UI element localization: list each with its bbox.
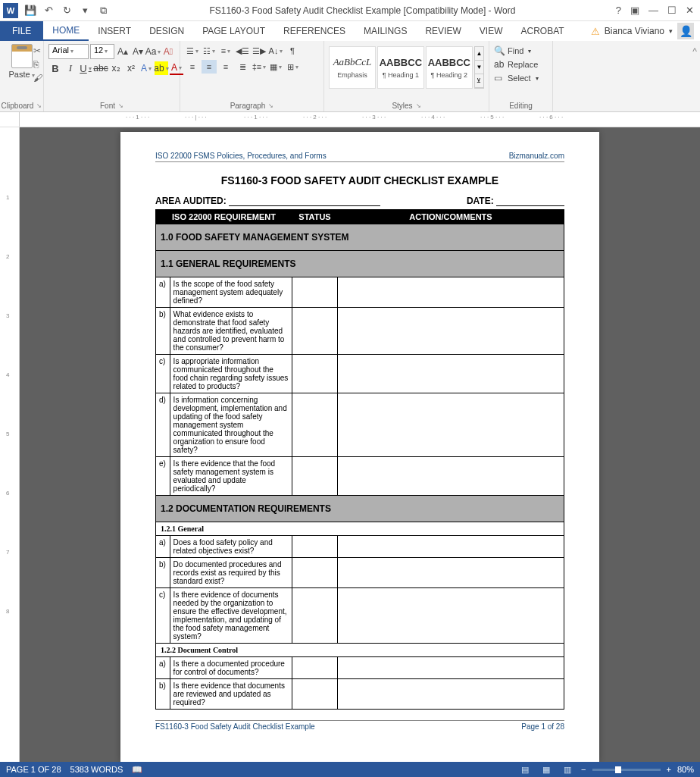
status-cell[interactable] bbox=[292, 679, 338, 710]
styles-up-icon[interactable]: ▲ bbox=[475, 47, 483, 61]
subscript-button[interactable]: x₂ bbox=[109, 61, 123, 75]
maximize-icon[interactable]: ☐ bbox=[667, 5, 677, 16]
tab-references[interactable]: REFERENCES bbox=[274, 21, 355, 41]
cut-icon[interactable]: ✂ bbox=[33, 45, 42, 56]
style-heading1[interactable]: AABBCC ¶ Heading 1 bbox=[377, 46, 424, 89]
format-painter-icon[interactable]: 🖌 bbox=[33, 73, 42, 83]
web-layout-icon[interactable]: ▥ bbox=[560, 763, 575, 775]
copy-icon[interactable]: ⎘ bbox=[33, 59, 42, 70]
italic-button[interactable]: I bbox=[64, 61, 77, 75]
style-emphasis[interactable]: AaBbCcL Emphasis bbox=[329, 46, 376, 89]
sort-icon[interactable]: A↓ bbox=[268, 44, 283, 58]
redo-icon[interactable]: ↻ bbox=[61, 5, 73, 17]
action-cell[interactable] bbox=[338, 679, 564, 710]
status-cell[interactable] bbox=[292, 457, 338, 496]
zoom-slider[interactable] bbox=[592, 769, 661, 771]
align-center-icon[interactable]: ≡ bbox=[202, 60, 217, 74]
styles-down-icon[interactable]: ▼ bbox=[475, 61, 483, 74]
status-cell[interactable] bbox=[292, 657, 338, 679]
file-tab[interactable]: FILE bbox=[0, 21, 43, 41]
save-icon[interactable]: 💾 bbox=[24, 5, 36, 17]
zoom-in-button[interactable]: + bbox=[667, 765, 671, 774]
font-name-select[interactable]: Arial bbox=[48, 44, 89, 59]
shrink-font-icon[interactable]: A▾ bbox=[131, 45, 145, 58]
tab-mailings[interactable]: MAILINGS bbox=[355, 21, 416, 41]
action-cell[interactable] bbox=[338, 457, 564, 496]
undo-icon[interactable]: ↶ bbox=[42, 5, 55, 17]
decrease-indent-icon[interactable]: ◀☰ bbox=[235, 44, 250, 58]
status-cell[interactable] bbox=[292, 558, 338, 588]
date-field[interactable] bbox=[496, 197, 564, 206]
vertical-ruler[interactable]: 12345678 bbox=[0, 127, 20, 762]
ribbon-options-icon[interactable]: ▣ bbox=[630, 5, 639, 16]
word-count[interactable]: 5383 WORDS bbox=[70, 765, 123, 775]
status-cell[interactable] bbox=[292, 308, 338, 355]
page-indicator[interactable]: PAGE 1 OF 28 bbox=[6, 765, 61, 775]
style-heading2[interactable]: AABBCC ¶ Heading 2 bbox=[426, 46, 473, 89]
font-size-select[interactable]: 12 bbox=[90, 44, 114, 59]
clipboard-launcher-icon[interactable]: ↘ bbox=[36, 102, 42, 109]
tab-view[interactable]: VIEW bbox=[470, 21, 512, 41]
tab-page-layout[interactable]: PAGE LAYOUT bbox=[193, 21, 274, 41]
justify-icon[interactable]: ≣ bbox=[235, 60, 250, 74]
status-cell[interactable] bbox=[292, 536, 338, 558]
action-cell[interactable] bbox=[338, 536, 564, 558]
text-effects-icon[interactable]: A bbox=[139, 61, 153, 75]
zoom-level[interactable]: 80% bbox=[677, 765, 694, 774]
align-right-icon[interactable]: ≡ bbox=[218, 60, 233, 74]
status-cell[interactable] bbox=[292, 588, 338, 644]
line-spacing-icon[interactable]: ‡≡ bbox=[252, 60, 267, 74]
action-cell[interactable] bbox=[338, 588, 564, 644]
paragraph-launcher-icon[interactable]: ↘ bbox=[268, 102, 273, 109]
touch-mode-icon[interactable]: ⧉ bbox=[97, 5, 109, 17]
underline-button[interactable]: U bbox=[79, 61, 92, 75]
superscript-button[interactable]: x² bbox=[124, 61, 138, 75]
tab-insert[interactable]: INSERT bbox=[89, 21, 140, 41]
print-layout-icon[interactable]: ▦ bbox=[539, 763, 554, 775]
tab-acrobat[interactable]: ACROBAT bbox=[511, 21, 573, 41]
strikethrough-button[interactable]: abc bbox=[94, 61, 108, 75]
replace-button[interactable]: abReplace bbox=[494, 58, 548, 71]
grow-font-icon[interactable]: A▴ bbox=[116, 45, 130, 58]
select-button[interactable]: ▭Select▾ bbox=[494, 71, 548, 85]
action-cell[interactable] bbox=[338, 308, 564, 355]
tab-review[interactable]: REVIEW bbox=[416, 21, 470, 41]
bold-button[interactable]: B bbox=[48, 61, 62, 75]
customize-icon[interactable]: ▾ bbox=[79, 5, 91, 17]
action-cell[interactable] bbox=[338, 355, 564, 393]
highlight-icon[interactable]: ab bbox=[155, 61, 168, 75]
tab-design[interactable]: DESIGN bbox=[140, 21, 193, 41]
find-button[interactable]: 🔍Find▾ bbox=[494, 44, 548, 58]
align-left-icon[interactable]: ≡ bbox=[185, 60, 200, 74]
status-cell[interactable] bbox=[292, 277, 338, 308]
read-mode-icon[interactable]: ▤ bbox=[517, 763, 533, 775]
area-audited-field[interactable] bbox=[229, 197, 380, 206]
status-cell[interactable] bbox=[292, 393, 338, 457]
spell-check-icon[interactable]: 📖 bbox=[132, 765, 142, 775]
action-cell[interactable] bbox=[338, 657, 564, 679]
tab-home[interactable]: HOME bbox=[43, 21, 89, 41]
user-account[interactable]: ⚠ Bianca Viviano ▾ 👤 bbox=[591, 23, 700, 39]
borders-icon[interactable]: ⊞ bbox=[285, 60, 300, 74]
multilevel-icon[interactable]: ≡ bbox=[218, 44, 233, 58]
close-icon[interactable]: ✕ bbox=[686, 5, 694, 16]
collapse-ribbon-icon[interactable]: ^ bbox=[692, 46, 697, 57]
bullets-icon[interactable]: ☰ bbox=[185, 44, 200, 58]
action-cell[interactable] bbox=[338, 393, 564, 457]
change-case-icon[interactable]: Aa bbox=[146, 45, 160, 58]
action-cell[interactable] bbox=[338, 277, 564, 308]
shading-icon[interactable]: ▦ bbox=[268, 60, 283, 74]
styles-more-icon[interactable]: ⊻ bbox=[475, 74, 483, 88]
document-page[interactable]: ISO 22000 FSMS Policies, Procedures, and… bbox=[120, 132, 599, 762]
minimize-icon[interactable]: — bbox=[648, 5, 658, 16]
show-marks-icon[interactable]: ¶ bbox=[285, 44, 300, 58]
horizontal-ruler[interactable]: · · · 1 · · ·· · · | · · ·· · · 1 · · ··… bbox=[0, 112, 700, 127]
font-launcher-icon[interactable]: ↘ bbox=[118, 102, 123, 109]
increase-indent-icon[interactable]: ☰▶ bbox=[252, 44, 267, 58]
status-cell[interactable] bbox=[292, 355, 338, 393]
action-cell[interactable] bbox=[338, 558, 564, 588]
numbering-icon[interactable]: ☷ bbox=[202, 44, 217, 58]
clear-format-icon[interactable]: A⃠ bbox=[161, 45, 175, 58]
styles-launcher-icon[interactable]: ↘ bbox=[416, 102, 421, 109]
help-icon[interactable]: ? bbox=[616, 5, 621, 16]
